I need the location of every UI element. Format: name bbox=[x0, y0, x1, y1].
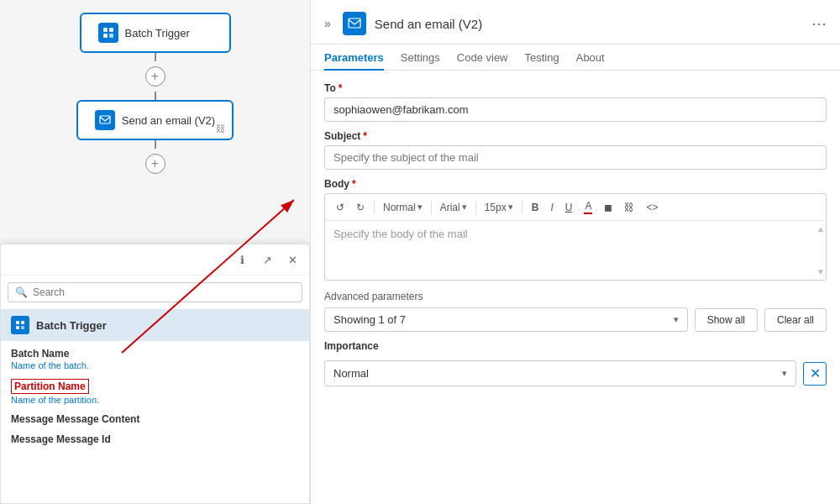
advanced-params-section: Advanced parameters Showing 1 of 7 ▾ Sho… bbox=[324, 291, 827, 332]
batch-trigger-node[interactable]: Batch Trigger bbox=[80, 13, 231, 53]
svg-rect-0 bbox=[103, 28, 108, 32]
size-chevron: ▾ bbox=[508, 202, 513, 213]
body-editor: ↺ ↻ Normal ▾ Arial ▾ 15px ▾ B bbox=[324, 193, 827, 281]
redo-btn[interactable]: ↻ bbox=[352, 200, 369, 215]
search-input[interactable] bbox=[33, 286, 295, 298]
size-label: 15px bbox=[485, 202, 507, 213]
batch-trigger-icon bbox=[98, 23, 118, 43]
floating-panel: ℹ ↗ ✕ 🔍 Batch Trigger Batch Name Nam bbox=[0, 244, 310, 504]
batch-name-title: Batch Name bbox=[11, 348, 299, 360]
svg-rect-8 bbox=[21, 326, 24, 329]
tab-settings[interactable]: Settings bbox=[401, 45, 440, 71]
advanced-params-value: Showing 1 of 7 bbox=[333, 313, 406, 326]
size-select[interactable]: 15px ▾ bbox=[481, 200, 517, 215]
more-icon[interactable]: ⋯ bbox=[811, 14, 827, 33]
importance-value: Normal bbox=[333, 367, 369, 380]
link-btn[interactable]: ⛓ bbox=[620, 200, 638, 215]
right-panel: » Send an email (V2) ⋯ Parameters Settin… bbox=[311, 0, 840, 504]
partition-name-item[interactable]: Partition Name Name of the partition. bbox=[11, 379, 299, 405]
editor-body[interactable]: Specify the body of the mail ▲ ▼ bbox=[325, 221, 826, 280]
subject-input[interactable] bbox=[324, 145, 827, 170]
add-step-btn-1[interactable]: + bbox=[145, 66, 165, 87]
advanced-params-select[interactable]: Showing 1 of 7 ▾ bbox=[324, 307, 688, 332]
tabs-bar: Parameters Settings Code view Testing Ab… bbox=[311, 45, 840, 71]
expand-btn[interactable]: ↗ bbox=[257, 249, 277, 270]
font-label: Arial bbox=[440, 202, 460, 213]
scroll-down-arrow[interactable]: ▼ bbox=[816, 267, 825, 276]
importance-label: Importance bbox=[324, 340, 827, 352]
advanced-params-chevron: ▾ bbox=[674, 314, 679, 325]
bt-icon bbox=[11, 316, 29, 334]
message-id-item[interactable]: Message Message Id bbox=[11, 433, 299, 445]
send-email-label: Send an email (V2) bbox=[122, 114, 215, 127]
tab-parameters[interactable]: Parameters bbox=[324, 45, 384, 71]
svg-rect-1 bbox=[109, 28, 113, 32]
clear-all-btn[interactable]: Clear all bbox=[764, 308, 827, 332]
body-placeholder: Specify the body of the mail bbox=[333, 228, 468, 240]
toolbar-divider-3 bbox=[475, 201, 476, 214]
svg-rect-6 bbox=[21, 321, 24, 324]
right-panel-header: » Send an email (V2) ⋯ bbox=[311, 0, 840, 45]
canvas-panel: Batch Trigger + Send an email (V2) ⛓ + ℹ… bbox=[0, 0, 311, 504]
connector-line-2 bbox=[155, 92, 156, 100]
message-content-title: Message Message Content bbox=[11, 413, 299, 425]
code-btn[interactable]: <> bbox=[642, 200, 662, 215]
message-id-title: Message Message Id bbox=[11, 433, 299, 445]
partition-name-desc: Name of the partition. bbox=[11, 395, 299, 405]
connector-line-3 bbox=[155, 140, 156, 149]
workflow-area: Batch Trigger + Send an email (V2) ⛓ + bbox=[0, 0, 310, 196]
body-label: Body * bbox=[324, 178, 827, 190]
add-step-btn-2[interactable]: + bbox=[145, 154, 165, 174]
expand-icon[interactable]: » bbox=[324, 17, 331, 30]
partition-name-title: Partition Name bbox=[11, 379, 89, 394]
connector-line-1 bbox=[155, 53, 156, 61]
italic-btn[interactable]: I bbox=[546, 200, 557, 215]
floating-panel-header: ℹ ↗ ✕ bbox=[1, 244, 309, 276]
bt-header-label: Batch Trigger bbox=[36, 319, 107, 332]
format-select[interactable]: Normal ▾ bbox=[380, 200, 426, 215]
search-icon: 🔍 bbox=[15, 286, 28, 298]
svg-rect-3 bbox=[109, 34, 113, 38]
send-email-icon bbox=[95, 110, 115, 130]
toolbar-divider-4 bbox=[522, 201, 522, 214]
link-icon: ⛓ bbox=[216, 123, 225, 134]
font-color-btn[interactable]: A bbox=[580, 198, 596, 216]
tab-about[interactable]: About bbox=[576, 45, 605, 71]
undo-btn[interactable]: ↺ bbox=[332, 200, 349, 215]
to-label: To * bbox=[324, 82, 827, 94]
svg-rect-5 bbox=[16, 321, 19, 324]
importance-chevron: ▾ bbox=[782, 368, 787, 379]
advanced-params-label: Advanced parameters bbox=[324, 291, 827, 302]
batch-name-item[interactable]: Batch Name Name of the batch. bbox=[11, 348, 299, 370]
importance-close-btn[interactable]: ✕ bbox=[803, 362, 827, 386]
font-select[interactable]: Arial ▾ bbox=[437, 200, 470, 215]
close-btn[interactable]: ✕ bbox=[282, 249, 302, 270]
highlight-btn[interactable]: ◼ bbox=[600, 200, 617, 215]
editor-toolbar: ↺ ↻ Normal ▾ Arial ▾ 15px ▾ B bbox=[325, 194, 826, 221]
to-input[interactable] bbox=[324, 97, 827, 122]
bold-btn[interactable]: B bbox=[528, 200, 543, 215]
panel-title: Send an email (V2) bbox=[375, 17, 803, 31]
font-chevron: ▾ bbox=[462, 202, 467, 213]
svg-rect-7 bbox=[16, 326, 19, 329]
send-email-node[interactable]: Send an email (V2) ⛓ bbox=[76, 100, 234, 140]
batch-trigger-label: Batch Trigger bbox=[125, 27, 190, 39]
batch-trigger-header[interactable]: Batch Trigger bbox=[1, 309, 309, 341]
email-node-icon bbox=[343, 12, 366, 35]
toolbar-divider-1 bbox=[374, 201, 375, 214]
show-all-btn[interactable]: Show all bbox=[695, 308, 758, 332]
underline-btn[interactable]: U bbox=[561, 200, 577, 215]
info-btn[interactable]: ℹ bbox=[232, 249, 252, 270]
tab-testing[interactable]: Testing bbox=[525, 45, 559, 71]
importance-row: Normal ▾ ✕ bbox=[324, 360, 827, 386]
format-label: Normal bbox=[383, 202, 416, 213]
batch-name-desc: Name of the batch. bbox=[11, 360, 299, 370]
message-content-item[interactable]: Message Message Content bbox=[11, 413, 299, 425]
scroll-up-arrow[interactable]: ▲ bbox=[816, 224, 825, 234]
tab-code-view[interactable]: Code view bbox=[457, 45, 508, 71]
format-chevron: ▾ bbox=[417, 202, 423, 213]
importance-select[interactable]: Normal ▾ bbox=[324, 360, 796, 386]
search-box[interactable]: 🔍 bbox=[8, 282, 302, 302]
editor-scrollbar[interactable]: ▲ ▼ bbox=[817, 224, 824, 276]
subject-label: Subject * bbox=[324, 130, 827, 142]
